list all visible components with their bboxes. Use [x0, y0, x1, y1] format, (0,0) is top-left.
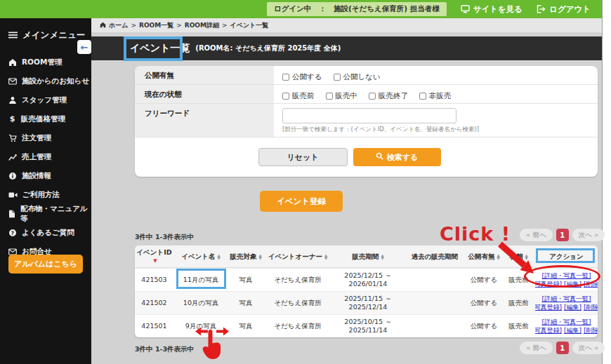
breadcrumb-home[interactable]: ホーム — [109, 21, 128, 30]
cart-icon — [8, 134, 17, 142]
home-icon — [100, 22, 106, 29]
checkbox-public-yes[interactable] — [282, 74, 289, 81]
logout-link[interactable]: ログアウト — [537, 4, 591, 15]
video-icon — [8, 191, 18, 198]
info-icon — [8, 172, 17, 180]
main-menu-header: メインメニュー — [0, 18, 91, 41]
sidebar-item-manuals[interactable]: 配布物・マニュアル等 — [0, 204, 91, 223]
next-page-button[interactable]: 次へ » — [572, 342, 605, 354]
event-register-button[interactable]: イベント登録 — [260, 191, 343, 212]
mail-icon — [8, 78, 17, 85]
search-icon — [376, 152, 383, 162]
table-row: 421502 10月の写真 写真 そだちえ保育所 2025/11/15 ～202… — [135, 291, 598, 314]
event-id: 421503 — [135, 276, 173, 284]
sort-icon: ▲▼ — [324, 254, 327, 260]
column-header-visibility[interactable]: 公開有無▲▼ — [466, 252, 502, 261]
delete-link[interactable]: [削除] — [584, 281, 598, 288]
detail-photo-list-link[interactable]: [詳細・写真一覧] — [541, 272, 591, 279]
checkbox-label: 販売前 — [292, 91, 315, 101]
sort-icon: ▲▼ — [218, 254, 221, 260]
keyword-input[interactable] — [282, 108, 456, 123]
sidebar-item-facility-info[interactable]: 施設情報 — [0, 166, 91, 185]
checkbox-not-for-sale[interactable] — [419, 93, 426, 100]
edit-link[interactable]: [編集] — [564, 304, 582, 311]
user-icon — [8, 96, 17, 105]
photo-register-link[interactable]: [写真登録] — [535, 327, 562, 335]
status: 販売前 — [502, 322, 535, 330]
breadcrumb-separator: > — [222, 22, 228, 29]
sort-icon: ▲▼ — [525, 254, 527, 260]
filter-row-keyword: フリーワード [部分一致で検索します：(イベントID、イベント名、登録者名から検… — [135, 104, 598, 137]
current-page-badge[interactable]: 1 — [556, 342, 569, 354]
search-button[interactable]: 検索する — [353, 148, 441, 166]
prev-page-button[interactable]: « 前へ — [520, 342, 553, 354]
edit-link[interactable]: [編集] — [564, 327, 582, 335]
next-page-button[interactable]: 次へ » — [572, 229, 605, 241]
checkbox-label: 公開する — [292, 72, 322, 82]
checkbox-sale-ended[interactable] — [369, 93, 376, 100]
breadcrumb-room-list[interactable]: ROOM一覧 — [139, 21, 173, 30]
photo-register-link[interactable]: [写真登録] — [535, 304, 562, 311]
column-header-sales-target[interactable]: 販売対象▲▼ — [228, 252, 263, 261]
page-right-gutter — [602, 0, 611, 364]
status: 販売前 — [502, 276, 535, 284]
sort-icon: ▲▼ — [381, 254, 383, 260]
photo-register-link[interactable]: [写真登録] — [535, 281, 562, 288]
actions-cell: [詳細・写真一覧] [写真登録] [編集] [削除] — [535, 295, 598, 312]
visibility: 公開する — [466, 276, 502, 284]
sidebar-item-howto[interactable]: ご利用方法 — [0, 185, 91, 204]
column-header-status[interactable]: 状態▲▼ — [502, 252, 535, 261]
sales-period: 2025/11/15 ～2025/12/14 — [332, 295, 404, 311]
sidebar-item-staff[interactable]: スタッフ管理 — [0, 90, 91, 109]
sidebar-collapse-button[interactable]: ← — [77, 40, 91, 54]
event-owner: そだちえ保育所 — [263, 299, 332, 307]
view-site-link[interactable]: サイトを見る — [461, 4, 523, 15]
actions-cell: [詳細・写真一覧] [写真登録] [編集] [削除] — [535, 271, 598, 289]
checkbox-presale[interactable] — [282, 93, 289, 100]
visibility: 公開する — [466, 322, 502, 330]
detail-photo-list-link[interactable]: [詳細・写真一覧] — [541, 295, 591, 302]
checkbox-onsale[interactable] — [326, 93, 333, 100]
login-status-badge: ログイン中 ： 施設(そだちえ保育所) 担当者様 — [267, 2, 447, 16]
column-header-event-name[interactable]: イベント名▲▼ — [173, 252, 228, 261]
breadcrumb-room-detail[interactable]: ROOM詳細 — [185, 21, 219, 30]
annotation-click-label: Click ! — [440, 223, 511, 245]
sort-icon: ▼ — [153, 259, 157, 264]
svg-text:?: ? — [11, 229, 14, 236]
sidebar-item-orders[interactable]: 注文管理 — [0, 128, 91, 147]
album-button[interactable]: アルバムはこちら — [8, 255, 83, 274]
filter-label: 現在の状態 — [135, 85, 274, 103]
current-page-badge[interactable]: 1 — [556, 229, 569, 241]
sidebar-menu: ROOM管理 施設からのお知らせ スタッフ管理 $ 販売価格管理 注文管理 売上… — [0, 53, 91, 261]
sidebar-item-facility-news[interactable]: 施設からのお知らせ — [0, 72, 91, 90]
sidebar-item-price[interactable]: $ 販売価格管理 — [0, 109, 91, 128]
sidebar-item-faq[interactable]: ? よくあるご質問 — [0, 223, 91, 242]
reset-button[interactable]: リセット — [258, 148, 348, 166]
prev-page-button[interactable]: « 前へ — [520, 229, 553, 241]
breadcrumb-current: イベント一覧 — [230, 21, 268, 30]
delete-link[interactable]: [削除] — [584, 327, 598, 335]
sales-period: 2025/10/15 ～2025/11/14 — [332, 318, 404, 335]
edit-link[interactable]: [編集] — [564, 281, 582, 288]
sales-target: 写真 — [228, 299, 263, 307]
contact-mail-icon — [8, 248, 17, 255]
column-header-event-owner[interactable]: イベントオーナー▲▼ — [263, 252, 332, 261]
checkbox-public-no[interactable] — [334, 74, 341, 81]
column-header-past-period: 過去の販売期間 — [404, 252, 466, 261]
event-owner: そだちえ保育所 — [263, 322, 332, 330]
detail-photo-list-link[interactable]: [詳細・写真一覧] — [541, 318, 591, 325]
event-id: 421501 — [135, 322, 173, 330]
event-name: 11月の写真 — [173, 276, 228, 284]
delete-link[interactable]: [削除] — [584, 304, 598, 311]
checkbox-label: 販売終了 — [379, 91, 408, 101]
table-row: 421503 11月の写真 写真 そだちえ保育所 2025/12/15 ～202… — [135, 268, 598, 291]
sidebar-item-sales[interactable]: 売上管理 — [0, 147, 91, 166]
question-icon: ? — [8, 229, 17, 237]
sort-icon: ▲▼ — [258, 254, 261, 260]
column-header-sales-period[interactable]: 販売期間▲▼ — [332, 252, 404, 261]
event-owner: そだちえ保育所 — [263, 276, 332, 284]
column-header-event-id[interactable]: イベントID▼ — [135, 248, 173, 265]
sidebar-item-room[interactable]: ROOM管理 — [0, 53, 91, 72]
filter-label: 公開有無 — [135, 66, 274, 84]
page-subtitle: (ROOM名: そだちえ保育所 2025年度 全体) — [195, 43, 341, 53]
